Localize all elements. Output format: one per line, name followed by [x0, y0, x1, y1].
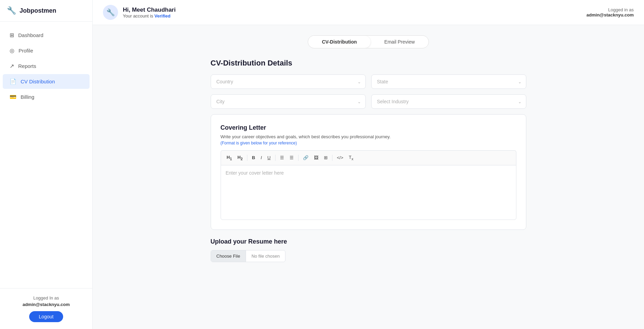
toolbar-link-button[interactable]: 🔗 — [301, 154, 311, 162]
sidebar-item-cv-distribution[interactable]: 📄 CV Distribution — [3, 74, 90, 89]
brand-name: Jobpostmen — [20, 7, 56, 14]
sidebar-logged-in-label: Logged In as — [7, 295, 85, 301]
toolbar-h1-button[interactable]: H1 — [224, 153, 234, 162]
greeting-name: Hi, Meet Chaudhari — [123, 7, 176, 13]
cv-distribution-icon: 📄 — [10, 78, 16, 85]
sidebar-item-label: Billing — [21, 94, 34, 100]
toolbar-ordered-list-button[interactable]: ☰ — [278, 154, 286, 162]
reports-icon: ↗ — [10, 63, 14, 69]
toolbar-separator-1 — [247, 155, 247, 161]
file-name-label: No file chosen — [246, 250, 285, 262]
sidebar-brand: 🔧 Jobpostmen — [0, 0, 92, 22]
toolbar-separator-3 — [298, 155, 298, 161]
industry-wrapper: Select Industry — [371, 94, 526, 109]
toolbar-separator-4 — [332, 155, 332, 161]
toolbar-h2-button[interactable]: H2 — [235, 153, 245, 162]
tab-bar: CV-Distribution Email Preview — [211, 35, 526, 48]
sidebar-item-reports[interactable]: ↗ Reports — [3, 59, 90, 73]
sidebar-logged-in-email: admin@stacknyu.com — [7, 302, 85, 307]
file-upload-row: Choose File No file chosen — [211, 250, 286, 262]
covering-letter-card: Covering Letter Write your career object… — [211, 114, 526, 230]
topbar-logged-in-email: admin@stacknyu.com — [586, 12, 634, 17]
profile-icon: ◎ — [10, 47, 14, 54]
greeting-sub-prefix: Your account is — [123, 13, 154, 19]
top-bar-left: 🔧 Hi, Meet Chaudhari Your account is Ver… — [103, 5, 176, 20]
tab-email-preview[interactable]: Email Preview — [371, 36, 429, 48]
billing-icon: 💳 — [10, 94, 16, 100]
top-bar: 🔧 Hi, Meet Chaudhari Your account is Ver… — [93, 0, 644, 25]
toolbar-bold-button[interactable]: B — [249, 154, 257, 162]
city-wrapper: City — [211, 94, 366, 109]
form-row-city-industry: City Select Industry — [211, 94, 526, 109]
covering-letter-title: Covering Letter — [221, 124, 516, 131]
toolbar-table-button[interactable]: ⊞ — [321, 154, 330, 162]
editor-toolbar: H1 H2 B I U ☰ ☰ 🔗 🖼 ⊞ </> Tx — [221, 150, 516, 165]
verified-badge: Verified — [154, 13, 171, 19]
sidebar-item-label: Profile — [19, 48, 33, 54]
sidebar-footer: Logged In as admin@stacknyu.com Logout — [0, 288, 92, 329]
sidebar: 🔧 Jobpostmen ⊞ Dashboard ◎ Profile ↗ Rep… — [0, 0, 93, 329]
covering-letter-hint: (Format is given below for your referenc… — [221, 141, 516, 145]
covering-letter-description: Write your career objectives and goals, … — [221, 134, 516, 139]
avatar: 🔧 — [103, 5, 118, 20]
toolbar-unordered-list-button[interactable]: ☰ — [287, 154, 296, 162]
editor-placeholder: Enter your cover letter here — [226, 170, 284, 176]
top-bar-right: Logged in as admin@stacknyu.com — [586, 7, 634, 17]
toolbar-clear-button[interactable]: Tx — [347, 153, 356, 162]
toolbar-image-button[interactable]: 🖼 — [312, 154, 321, 162]
city-select[interactable]: City — [211, 94, 366, 109]
toolbar-italic-button[interactable]: I — [258, 154, 265, 162]
country-wrapper: Country — [211, 74, 366, 89]
tab-container: CV-Distribution Email Preview — [308, 35, 429, 48]
state-select[interactable]: State — [371, 74, 526, 89]
greeting-sub: Your account is Verified — [123, 13, 176, 19]
dashboard-icon: ⊞ — [10, 32, 14, 38]
state-wrapper: State — [371, 74, 526, 89]
sidebar-item-label: Reports — [18, 63, 36, 69]
sidebar-nav: ⊞ Dashboard ◎ Profile ↗ Reports 📄 CV Dis… — [0, 22, 92, 288]
sidebar-item-billing[interactable]: 💳 Billing — [3, 90, 90, 104]
industry-select[interactable]: Select Industry — [371, 94, 526, 109]
toolbar-code-button[interactable]: </> — [335, 154, 346, 162]
toolbar-underline-button[interactable]: U — [265, 154, 273, 162]
greeting-block: Hi, Meet Chaudhari Your account is Verif… — [123, 7, 176, 19]
page-body: CV-Distribution Email Preview CV-Distrib… — [197, 25, 540, 272]
form-row-location: Country State — [211, 74, 526, 89]
toolbar-separator-2 — [275, 155, 276, 161]
sidebar-item-label: CV Distribution — [21, 79, 55, 84]
sidebar-item-profile[interactable]: ◎ Profile — [3, 43, 90, 58]
section-title: CV-Distribution Details — [211, 59, 526, 68]
cover-letter-editor[interactable]: Enter your cover letter here — [221, 165, 516, 220]
country-select[interactable]: Country — [211, 74, 366, 89]
upload-resume-title: Upload your Resume here — [211, 238, 526, 245]
sidebar-item-dashboard[interactable]: ⊞ Dashboard — [3, 28, 90, 43]
choose-file-button[interactable]: Choose File — [211, 250, 246, 262]
topbar-logged-in-prefix: Logged in as — [586, 7, 634, 12]
main-content: 🔧 Hi, Meet Chaudhari Your account is Ver… — [93, 0, 644, 329]
tab-cv-distribution[interactable]: CV-Distribution — [308, 36, 371, 48]
sidebar-item-label: Dashboard — [18, 32, 43, 38]
logout-button[interactable]: Logout — [29, 311, 63, 322]
brand-icon: 🔧 — [7, 6, 16, 15]
